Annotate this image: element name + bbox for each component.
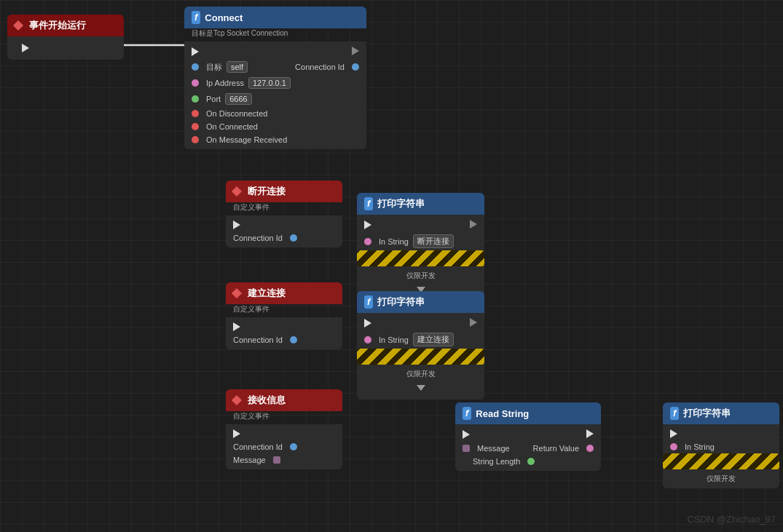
- on-connected-pin: [192, 123, 199, 130]
- connection-id-pin: [352, 63, 359, 71]
- dev-label: 仅限开发: [357, 368, 484, 381]
- dev-stripe: [663, 453, 779, 469]
- exec-in-pin: [463, 430, 470, 439]
- ip-pin: [192, 79, 199, 87]
- readstring-title: Read String: [476, 408, 529, 419]
- message-in-pin: [463, 445, 470, 452]
- exec-in-pin: [364, 221, 371, 229]
- connect-node: f Connect 目标是Tcp Socket Connection 目标 se…: [184, 7, 366, 149]
- target-value: self: [227, 61, 248, 73]
- exec-out-pin: [233, 221, 240, 229]
- dev-label: 仅限开发: [663, 472, 779, 485]
- connection-id-pin: [290, 234, 297, 242]
- disconnect-event-icon: [232, 186, 242, 196]
- exec-in-pin: [670, 429, 677, 438]
- event-begin-title: 事件开始运行: [29, 19, 86, 32]
- establish-title: 建立连接: [248, 287, 286, 300]
- func-icon: f: [364, 197, 373, 210]
- dev-stripe: [357, 349, 484, 365]
- watermark: CSDN @Zhichao_97: [687, 514, 776, 525]
- disconnect-title: 断开连接: [248, 185, 286, 198]
- watermark-text: CSDN @Zhichao_97: [687, 514, 776, 525]
- connect-subtitle: 目标是Tcp Socket Connection: [184, 28, 366, 41]
- target-pin: [192, 63, 199, 71]
- in-string-pin: [364, 336, 371, 344]
- establish-subtitle: 自定义事件: [226, 304, 342, 317]
- on-connected-label: On Connected: [206, 122, 258, 131]
- receive-node: 接收信息 自定义事件 Connection Id Message: [226, 389, 342, 469]
- message-pin: [273, 456, 280, 464]
- in-string-label: In String: [685, 442, 715, 451]
- connection-id-label: Connection Id: [233, 234, 283, 242]
- exec-in-pin: [192, 47, 199, 56]
- message-label: Message: [477, 444, 510, 453]
- ip-value: 127.0.0.1: [248, 77, 291, 89]
- in-string-value: 建立连接: [413, 333, 454, 346]
- exec-out-pin: [470, 220, 477, 229]
- in-string-pin: [670, 443, 677, 450]
- on-message-pin: [192, 136, 199, 143]
- connection-id-pin: [290, 336, 297, 344]
- receive-event-icon: [232, 395, 242, 405]
- print2-title: 打印字符串: [377, 295, 425, 309]
- connection-id-label: Connection Id: [295, 63, 345, 71]
- receive-subtitle: 自定义事件: [226, 411, 342, 424]
- connection-id-pin: [290, 443, 297, 450]
- target-label: 目标: [206, 62, 222, 73]
- string-length-pin: [527, 458, 535, 465]
- event-begin-node: 事件开始运行: [7, 15, 124, 60]
- in-string-label: In String: [379, 336, 409, 344]
- receive-title: 接收信息: [248, 394, 286, 407]
- func-icon: f: [192, 11, 200, 24]
- on-disconnected-pin: [192, 110, 199, 117]
- exec-out-pin: [470, 318, 477, 327]
- dev-label: 仅限开发: [357, 269, 484, 282]
- connect-title: Connect: [205, 12, 243, 23]
- on-disconnected-label: On Disconnected: [206, 109, 267, 118]
- disconnect-node: 断开连接 自定义事件 Connection Id: [226, 180, 342, 247]
- ip-label: Ip Address: [206, 79, 244, 87]
- print3-title: 打印字符串: [683, 407, 731, 420]
- exec-out-pin: [233, 322, 240, 331]
- connection-id-label: Connection Id: [233, 442, 283, 451]
- in-string-value: 断开连接: [413, 234, 454, 248]
- in-string-pin: [364, 238, 371, 245]
- on-message-label: On Message Received: [206, 135, 287, 144]
- exec-out-pin: [352, 47, 359, 55]
- exec-out-pin: [233, 429, 240, 438]
- establish-node: 建立连接 自定义事件 Connection Id: [226, 282, 342, 349]
- string-length-label: String Length: [463, 457, 520, 466]
- read-string-node: f Read String Message Return Value Strin…: [455, 402, 601, 471]
- disconnect-subtitle: 自定义事件: [226, 202, 342, 215]
- return-value-pin: [586, 445, 594, 452]
- in-string-label: In String: [379, 237, 409, 246]
- print3-node: f 打印字符串 In String 仅限开发: [663, 402, 779, 488]
- print1-node: f 打印字符串 In String 断开连接 仅限开发: [357, 193, 484, 301]
- func-icon: f: [463, 407, 471, 420]
- port-pin: [192, 95, 199, 103]
- func-icon: f: [364, 295, 373, 309]
- return-value-label: Return Value: [533, 444, 579, 453]
- message-label: Message: [233, 456, 266, 464]
- func-icon: f: [670, 407, 679, 420]
- establish-event-icon: [232, 288, 242, 298]
- exec-in-pin: [364, 319, 371, 327]
- print2-node: f 打印字符串 In String 建立连接 仅限开发: [357, 291, 484, 400]
- print1-title: 打印字符串: [377, 197, 425, 210]
- collapse-icon: [417, 385, 425, 391]
- exec-out-pin: [22, 44, 29, 52]
- port-label: Port: [206, 95, 221, 103]
- port-value: 6666: [225, 93, 251, 105]
- dev-stripe: [357, 250, 484, 266]
- event-icon: [13, 20, 23, 31]
- exec-out-pin: [586, 429, 594, 438]
- connection-id-label: Connection Id: [233, 336, 283, 344]
